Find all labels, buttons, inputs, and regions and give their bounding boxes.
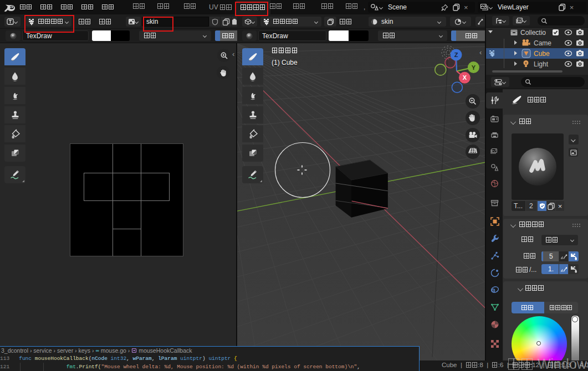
svg-text:Z: Z — [454, 51, 458, 58]
svg-text:‹: ‹ — [479, 48, 482, 56]
svg-text:Y: Y — [472, 64, 476, 71]
svg-text:X: X — [463, 74, 467, 81]
